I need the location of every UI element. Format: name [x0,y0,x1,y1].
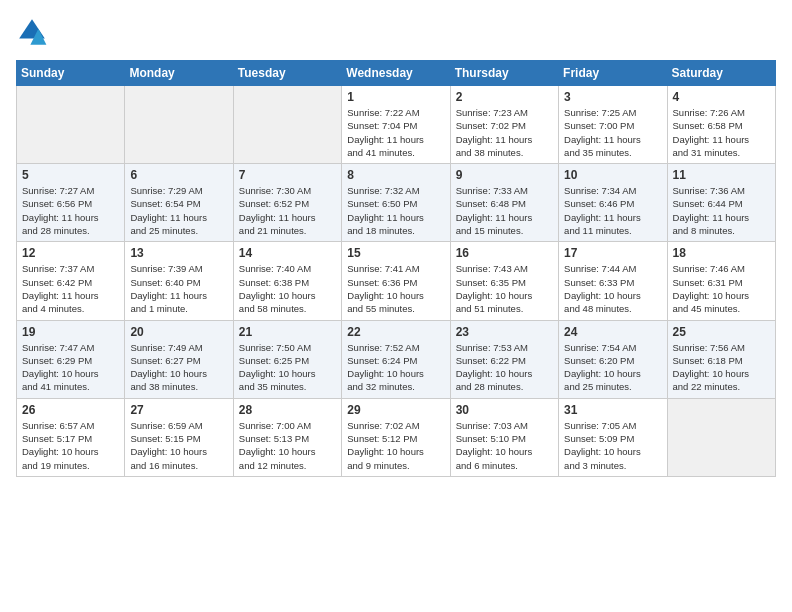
day-info: Sunrise: 7:40 AM Sunset: 6:38 PM Dayligh… [239,262,336,315]
day-number: 14 [239,246,336,260]
day-info: Sunrise: 7:53 AM Sunset: 6:22 PM Dayligh… [456,341,553,394]
day-info: Sunrise: 7:52 AM Sunset: 6:24 PM Dayligh… [347,341,444,394]
logo-icon [16,16,48,48]
day-number: 7 [239,168,336,182]
day-number: 28 [239,403,336,417]
day-number: 3 [564,90,661,104]
day-number: 16 [456,246,553,260]
day-info: Sunrise: 7:41 AM Sunset: 6:36 PM Dayligh… [347,262,444,315]
day-info: Sunrise: 6:57 AM Sunset: 5:17 PM Dayligh… [22,419,119,472]
calendar-cell: 2Sunrise: 7:23 AM Sunset: 7:02 PM Daylig… [450,86,558,164]
day-info: Sunrise: 6:59 AM Sunset: 5:15 PM Dayligh… [130,419,227,472]
day-number: 31 [564,403,661,417]
day-info: Sunrise: 7:36 AM Sunset: 6:44 PM Dayligh… [673,184,770,237]
calendar-cell: 23Sunrise: 7:53 AM Sunset: 6:22 PM Dayli… [450,320,558,398]
calendar-cell: 15Sunrise: 7:41 AM Sunset: 6:36 PM Dayli… [342,242,450,320]
calendar-cell: 26Sunrise: 6:57 AM Sunset: 5:17 PM Dayli… [17,398,125,476]
day-info: Sunrise: 7:33 AM Sunset: 6:48 PM Dayligh… [456,184,553,237]
day-info: Sunrise: 7:23 AM Sunset: 7:02 PM Dayligh… [456,106,553,159]
calendar-header-row: SundayMondayTuesdayWednesdayThursdayFrid… [17,61,776,86]
day-info: Sunrise: 7:22 AM Sunset: 7:04 PM Dayligh… [347,106,444,159]
day-number: 8 [347,168,444,182]
day-info: Sunrise: 7:05 AM Sunset: 5:09 PM Dayligh… [564,419,661,472]
calendar-cell: 29Sunrise: 7:02 AM Sunset: 5:12 PM Dayli… [342,398,450,476]
weekday-header-thursday: Thursday [450,61,558,86]
weekday-header-wednesday: Wednesday [342,61,450,86]
day-info: Sunrise: 7:43 AM Sunset: 6:35 PM Dayligh… [456,262,553,315]
day-info: Sunrise: 7:27 AM Sunset: 6:56 PM Dayligh… [22,184,119,237]
day-info: Sunrise: 7:37 AM Sunset: 6:42 PM Dayligh… [22,262,119,315]
day-info: Sunrise: 7:32 AM Sunset: 6:50 PM Dayligh… [347,184,444,237]
day-number: 11 [673,168,770,182]
day-info: Sunrise: 7:47 AM Sunset: 6:29 PM Dayligh… [22,341,119,394]
calendar-cell: 11Sunrise: 7:36 AM Sunset: 6:44 PM Dayli… [667,164,775,242]
day-info: Sunrise: 7:25 AM Sunset: 7:00 PM Dayligh… [564,106,661,159]
page: SundayMondayTuesdayWednesdayThursdayFrid… [0,0,792,493]
calendar-cell: 7Sunrise: 7:30 AM Sunset: 6:52 PM Daylig… [233,164,341,242]
calendar-cell: 17Sunrise: 7:44 AM Sunset: 6:33 PM Dayli… [559,242,667,320]
day-info: Sunrise: 7:50 AM Sunset: 6:25 PM Dayligh… [239,341,336,394]
calendar-cell: 22Sunrise: 7:52 AM Sunset: 6:24 PM Dayli… [342,320,450,398]
day-number: 23 [456,325,553,339]
calendar-cell: 24Sunrise: 7:54 AM Sunset: 6:20 PM Dayli… [559,320,667,398]
day-info: Sunrise: 7:49 AM Sunset: 6:27 PM Dayligh… [130,341,227,394]
calendar-cell: 21Sunrise: 7:50 AM Sunset: 6:25 PM Dayli… [233,320,341,398]
calendar-cell [125,86,233,164]
day-number: 27 [130,403,227,417]
day-number: 2 [456,90,553,104]
calendar-cell [17,86,125,164]
calendar-cell: 20Sunrise: 7:49 AM Sunset: 6:27 PM Dayli… [125,320,233,398]
calendar-cell: 5Sunrise: 7:27 AM Sunset: 6:56 PM Daylig… [17,164,125,242]
day-info: Sunrise: 7:00 AM Sunset: 5:13 PM Dayligh… [239,419,336,472]
calendar-cell: 12Sunrise: 7:37 AM Sunset: 6:42 PM Dayli… [17,242,125,320]
calendar-week-4: 19Sunrise: 7:47 AM Sunset: 6:29 PM Dayli… [17,320,776,398]
day-number: 30 [456,403,553,417]
calendar-week-5: 26Sunrise: 6:57 AM Sunset: 5:17 PM Dayli… [17,398,776,476]
day-info: Sunrise: 7:56 AM Sunset: 6:18 PM Dayligh… [673,341,770,394]
weekday-header-friday: Friday [559,61,667,86]
day-number: 9 [456,168,553,182]
day-number: 18 [673,246,770,260]
day-info: Sunrise: 7:46 AM Sunset: 6:31 PM Dayligh… [673,262,770,315]
day-number: 19 [22,325,119,339]
day-number: 10 [564,168,661,182]
day-info: Sunrise: 7:54 AM Sunset: 6:20 PM Dayligh… [564,341,661,394]
calendar-cell: 3Sunrise: 7:25 AM Sunset: 7:00 PM Daylig… [559,86,667,164]
calendar-cell: 4Sunrise: 7:26 AM Sunset: 6:58 PM Daylig… [667,86,775,164]
day-number: 22 [347,325,444,339]
day-info: Sunrise: 7:34 AM Sunset: 6:46 PM Dayligh… [564,184,661,237]
day-number: 4 [673,90,770,104]
day-info: Sunrise: 7:02 AM Sunset: 5:12 PM Dayligh… [347,419,444,472]
calendar-cell: 31Sunrise: 7:05 AM Sunset: 5:09 PM Dayli… [559,398,667,476]
calendar-cell: 28Sunrise: 7:00 AM Sunset: 5:13 PM Dayli… [233,398,341,476]
day-info: Sunrise: 7:03 AM Sunset: 5:10 PM Dayligh… [456,419,553,472]
calendar-cell: 19Sunrise: 7:47 AM Sunset: 6:29 PM Dayli… [17,320,125,398]
calendar-cell: 9Sunrise: 7:33 AM Sunset: 6:48 PM Daylig… [450,164,558,242]
weekday-header-sunday: Sunday [17,61,125,86]
calendar-cell: 30Sunrise: 7:03 AM Sunset: 5:10 PM Dayli… [450,398,558,476]
calendar-cell: 6Sunrise: 7:29 AM Sunset: 6:54 PM Daylig… [125,164,233,242]
day-number: 21 [239,325,336,339]
calendar-cell: 18Sunrise: 7:46 AM Sunset: 6:31 PM Dayli… [667,242,775,320]
calendar-cell: 25Sunrise: 7:56 AM Sunset: 6:18 PM Dayli… [667,320,775,398]
calendar: SundayMondayTuesdayWednesdayThursdayFrid… [16,60,776,477]
day-number: 15 [347,246,444,260]
calendar-cell: 27Sunrise: 6:59 AM Sunset: 5:15 PM Dayli… [125,398,233,476]
day-number: 1 [347,90,444,104]
calendar-cell: 14Sunrise: 7:40 AM Sunset: 6:38 PM Dayli… [233,242,341,320]
calendar-week-2: 5Sunrise: 7:27 AM Sunset: 6:56 PM Daylig… [17,164,776,242]
header [16,16,776,48]
day-number: 24 [564,325,661,339]
calendar-cell [667,398,775,476]
weekday-header-saturday: Saturday [667,61,775,86]
day-info: Sunrise: 7:39 AM Sunset: 6:40 PM Dayligh… [130,262,227,315]
weekday-header-monday: Monday [125,61,233,86]
day-number: 5 [22,168,119,182]
logo [16,16,52,48]
calendar-cell: 1Sunrise: 7:22 AM Sunset: 7:04 PM Daylig… [342,86,450,164]
day-number: 25 [673,325,770,339]
day-number: 20 [130,325,227,339]
day-number: 26 [22,403,119,417]
calendar-cell [233,86,341,164]
day-number: 29 [347,403,444,417]
